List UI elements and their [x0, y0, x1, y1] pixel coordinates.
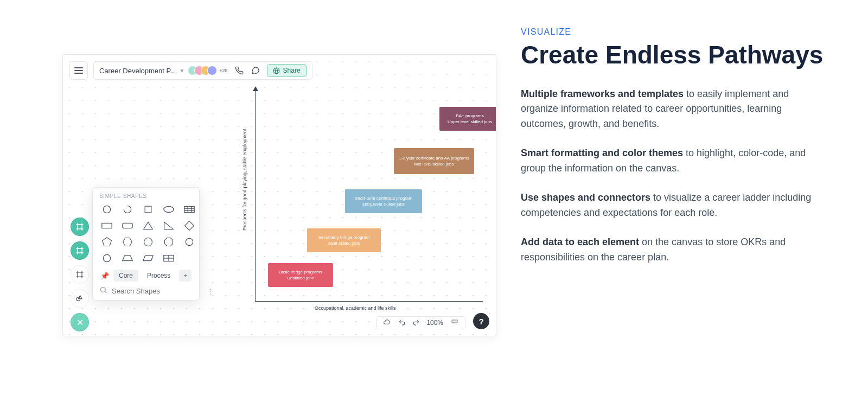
career-box-line1: 1-2 year certificate and AA programs [398, 155, 470, 161]
svg-point-4 [164, 207, 174, 213]
shape-octagon[interactable] [161, 236, 176, 248]
svg-point-13 [186, 238, 193, 245]
avatar-overflow-count: +28 [219, 68, 227, 73]
svg-line-19 [105, 291, 106, 293]
close-rail-button[interactable]: ✕ [71, 313, 89, 331]
shape-trapezoid[interactable] [120, 252, 135, 264]
menu-button[interactable] [69, 61, 88, 80]
help-button[interactable]: ? [473, 313, 489, 329]
status-bar: 100% [376, 316, 465, 329]
career-box-line2: Unskilled jobs [272, 275, 329, 281]
zoom-level[interactable]: 100% [426, 319, 443, 327]
pin-icon[interactable]: 📌 [99, 272, 110, 280]
career-box-5[interactable]: BA+ programs Upper level skilled jobs [439, 107, 496, 131]
collaborator-avatars[interactable]: +28 [191, 66, 227, 75]
x-axis-label: Occupational, academic and life skills [315, 305, 396, 311]
canvas-app: Career Development P... ▼ +28 [62, 54, 496, 336]
career-box-line1: Basic bridge programs [272, 269, 329, 275]
svg-rect-10 [102, 223, 112, 228]
copy-paragraph-2: Smart formatting and color themes to hig… [521, 146, 825, 176]
career-box-line1: Secondary bridge program [311, 234, 376, 240]
svg-point-14 [103, 254, 110, 261]
headline: Create Endless Pathways [521, 41, 835, 69]
tab-core[interactable]: Core [113, 270, 138, 282]
shape-heptagon[interactable] [141, 236, 156, 248]
search-icon [99, 286, 107, 296]
svg-point-2 [103, 206, 110, 213]
career-box-line2: Upper level skilled jobs [444, 119, 496, 125]
share-button[interactable]: Share [267, 64, 307, 77]
shape-empty [182, 252, 197, 264]
tab-add[interactable]: + [179, 270, 192, 282]
career-box-line2: Mid level skilled jobs [398, 161, 470, 167]
cloud-sync-icon[interactable] [382, 319, 392, 327]
eyebrow: VISUALIZE [521, 27, 835, 37]
comment-icon[interactable] [251, 66, 260, 75]
svg-rect-5 [184, 207, 194, 213]
svg-point-18 [101, 288, 106, 292]
shape-right-triangle[interactable] [161, 220, 176, 232]
career-box-line1: BA+ programs [444, 113, 496, 119]
top-toolbar: Career Development P... ▼ +28 [69, 61, 312, 80]
y-axis-arrow-icon [253, 86, 258, 91]
shape-diamond[interactable] [182, 220, 197, 232]
popover-title: SIMPLE SHAPES [99, 193, 193, 199]
undo-icon[interactable] [398, 319, 406, 327]
toolbar-pill: Career Development P... ▼ +28 [93, 61, 312, 80]
shape-grid [99, 203, 193, 264]
shape-pentagon[interactable] [99, 236, 114, 248]
shape-triangle[interactable] [141, 220, 156, 232]
copy-paragraph-4: Add data to each element on the canvas t… [521, 235, 825, 265]
shape-circle[interactable] [99, 203, 114, 215]
chevron-down-icon: ▼ [179, 68, 184, 74]
career-box-line1: Short-term certificate program [349, 195, 418, 201]
svg-rect-20 [452, 320, 457, 323]
shape-search: ⋮ [99, 286, 193, 296]
tab-process[interactable]: Process [142, 270, 176, 282]
frame-tool-button[interactable] [71, 218, 89, 236]
avatar [207, 66, 217, 75]
shape-oval[interactable] [99, 252, 114, 264]
shape-rect[interactable] [99, 220, 114, 232]
career-box-2[interactable]: Secondary bridge program semi-skilled jo… [307, 228, 381, 252]
shape-table[interactable] [182, 203, 197, 215]
marketing-copy: VISUALIZE Create Endless Pathways Multip… [499, 0, 868, 396]
copy-paragraph-3: Use shapes and connectors to visualize a… [521, 190, 825, 221]
shapes-popover: SIMPLE SHAPES [92, 187, 200, 301]
career-box-line2: semi-skilled jobs [311, 240, 376, 246]
y-axis [255, 90, 256, 301]
career-box-4[interactable]: 1-2 year certificate and AA programs Mid… [394, 148, 474, 174]
career-box-line2: entry level skilled jobs [349, 201, 418, 207]
document-title: Career Development P... [99, 67, 176, 75]
copy-paragraph-1: Multiple frameworks and templates to eas… [521, 87, 825, 132]
shapes-tool-button[interactable] [71, 289, 89, 308]
hamburger-icon [74, 67, 83, 74]
popover-tabs: 📌 Core Process + [99, 270, 193, 282]
redo-icon[interactable] [412, 319, 420, 327]
shape-parallelogram[interactable] [141, 252, 156, 264]
call-icon[interactable] [234, 66, 244, 75]
shape-ellipse[interactable] [161, 203, 176, 215]
svg-rect-3 [145, 206, 151, 213]
shape-square[interactable] [141, 203, 156, 215]
career-box-3[interactable]: Short-term certificate program entry lev… [345, 189, 422, 213]
document-title-dropdown[interactable]: Career Development P... ▼ [99, 67, 184, 75]
svg-point-12 [144, 238, 152, 246]
svg-point-1 [76, 297, 80, 301]
grid-tool-button[interactable] [71, 265, 89, 284]
shape-rounded-rect[interactable] [120, 220, 135, 232]
shape-grid[interactable] [161, 252, 176, 264]
more-icon[interactable]: ⋮ [207, 287, 214, 295]
shape-arc[interactable] [120, 203, 135, 215]
tool-rail: ✕ [71, 218, 89, 331]
svg-rect-11 [123, 223, 132, 228]
keyboard-icon[interactable] [450, 320, 459, 326]
search-shapes-input[interactable] [112, 287, 203, 295]
share-label: Share [283, 67, 301, 74]
shape-circle-outline[interactable] [182, 236, 197, 248]
frame-tool-button-2[interactable] [71, 241, 89, 260]
x-axis [255, 301, 483, 302]
career-box-1[interactable]: Basic bridge programs Unskilled jobs [268, 263, 333, 287]
y-axis-label: Prospects for good-playing, stable emplo… [242, 129, 247, 231]
shape-hexagon[interactable] [120, 236, 135, 248]
